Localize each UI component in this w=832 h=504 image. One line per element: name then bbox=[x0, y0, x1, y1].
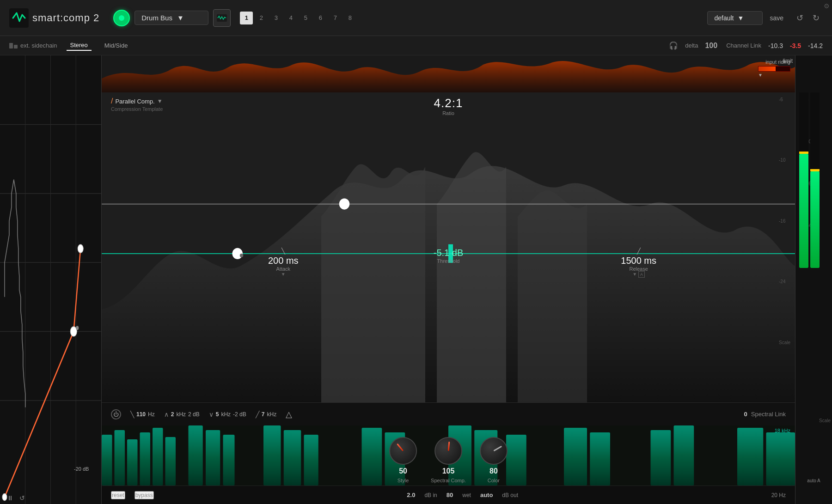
svg-point-11 bbox=[78, 244, 83, 253]
reset-button[interactable]: reset bbox=[111, 491, 125, 499]
analyzer-button[interactable] bbox=[213, 9, 231, 27]
svg-point-16 bbox=[339, 198, 350, 209]
instance-selector: 1 2 3 4 5 6 7 8 bbox=[240, 12, 356, 24]
svg-rect-27 bbox=[206, 430, 220, 486]
right-panel-inner: -6 -10 -16 -24 Scale auto A bbox=[795, 60, 832, 504]
pause-button[interactable]: ⏸ bbox=[7, 494, 13, 502]
svg-rect-21 bbox=[115, 430, 125, 486]
wet-value: 80 bbox=[447, 492, 453, 498]
style-value: 50 bbox=[399, 467, 407, 475]
ext-sidechain-label: ext. sidechain bbox=[20, 42, 57, 49]
center-panel: input riding ▼ limit / Parallel Comp. ▼ … bbox=[102, 55, 795, 504]
settings-icon[interactable]: ⚙ bbox=[824, 2, 830, 10]
wet-label: wet bbox=[462, 492, 471, 498]
instance-1[interactable]: 1 bbox=[240, 12, 253, 24]
redo-button[interactable]: ↻ bbox=[809, 11, 823, 25]
spectral-link-value: 0 bbox=[744, 411, 747, 418]
midside-button[interactable]: Mid/Side bbox=[101, 41, 132, 50]
db-scale: -6 -10 -16 -24 Scale bbox=[779, 97, 790, 345]
style-knob-group: 50 Style bbox=[389, 437, 417, 483]
preset-bank-name: default bbox=[714, 14, 734, 22]
bypass-button[interactable]: bypass bbox=[135, 491, 154, 499]
svg-rect-26 bbox=[189, 425, 203, 486]
sidechain-icon bbox=[9, 43, 18, 49]
svg-rect-38 bbox=[590, 432, 610, 486]
instance-5[interactable]: 5 bbox=[299, 12, 312, 24]
left-meter-fill bbox=[799, 154, 808, 268]
svg-rect-22 bbox=[127, 439, 138, 486]
attack-label: Attack bbox=[268, 266, 299, 272]
channel-link-value: 100 bbox=[705, 42, 717, 50]
dropdown-arrow: ▼ bbox=[177, 14, 184, 22]
auto-text: auto A bbox=[807, 478, 820, 483]
band1-type-icon: ╲ bbox=[130, 411, 134, 418]
eq-band-2: ∧ 2 kHz 2 dB bbox=[164, 411, 200, 418]
left-panel: -20 dB ⏸ ↺ bbox=[0, 55, 102, 504]
color-knob[interactable] bbox=[480, 437, 508, 465]
input-riding-area: input riding ▼ limit bbox=[102, 55, 795, 92]
preset-dropdown[interactable]: Drum Bus ▼ bbox=[135, 11, 208, 25]
preset-bank-dropdown[interactable]: default ▼ bbox=[707, 11, 763, 25]
band3-type-icon: ∨ bbox=[209, 411, 214, 418]
spectrum-area: 4.2:1 Ratio bbox=[102, 92, 795, 402]
left-level-meter bbox=[799, 92, 808, 268]
knee-db-label: -20 dB bbox=[74, 466, 89, 472]
color-knob-group: 80 Color bbox=[480, 437, 508, 483]
style-label: Style bbox=[398, 478, 409, 483]
stereo-button[interactable]: Stereo bbox=[67, 40, 92, 51]
instance-4[interactable]: 4 bbox=[284, 12, 297, 24]
instance-6[interactable]: 6 bbox=[314, 12, 327, 24]
svg-rect-28 bbox=[223, 435, 235, 486]
headphone-icon: 🎧 bbox=[669, 41, 678, 50]
main-area: -20 dB ⏸ ↺ input r bbox=[0, 55, 832, 504]
high-shelf-icon: △ bbox=[286, 409, 292, 419]
eq-band-1: ╲ 110 Hz bbox=[130, 411, 155, 418]
ratio-label: Ratio bbox=[434, 110, 463, 116]
sub-header: ext. sidechain Stereo Mid/Side 🎧 delta 1… bbox=[0, 36, 832, 55]
svg-rect-42 bbox=[766, 432, 795, 486]
svg-rect-29 bbox=[263, 425, 281, 486]
delta-label: delta bbox=[685, 42, 698, 49]
right-panel: -6 -10 -16 -24 Scale auto A bbox=[795, 55, 832, 504]
svg-point-10 bbox=[70, 327, 77, 336]
instance-7[interactable]: 7 bbox=[329, 12, 342, 24]
svg-rect-25 bbox=[165, 437, 176, 486]
khz-label: 18 kHz bbox=[775, 428, 790, 433]
band4-unit: kHz bbox=[267, 411, 276, 418]
spectral-comp-value: 105 bbox=[442, 467, 455, 475]
release-label: Release bbox=[621, 266, 656, 272]
release-value: 1500 ms bbox=[621, 255, 656, 266]
level-display-2: -3.5 bbox=[790, 42, 801, 49]
svg-rect-20 bbox=[102, 435, 112, 486]
right-meter-peak bbox=[810, 169, 820, 171]
undo-redo-controls: ↺ ↻ bbox=[793, 11, 823, 25]
svg-point-17 bbox=[232, 248, 243, 259]
power-button[interactable] bbox=[113, 10, 130, 26]
attack-value: 200 ms bbox=[268, 255, 299, 266]
color-value: 80 bbox=[489, 467, 498, 475]
band2-type-icon: ∧ bbox=[164, 411, 169, 418]
spectral-comp-knob[interactable] bbox=[434, 437, 462, 465]
knobs-section: 50 Style 105 Spectral Comp. 80 bbox=[389, 437, 508, 486]
app-title: smart:comp 2 bbox=[32, 12, 99, 24]
comp-template-label: Compression Template bbox=[111, 106, 163, 112]
eq-band-4: ╱ 7 kHz bbox=[256, 411, 276, 418]
ratio-value: 4.2:1 bbox=[434, 96, 463, 110]
sync-button[interactable]: ↺ bbox=[19, 494, 25, 502]
eq-power-button[interactable]: ⏻ bbox=[111, 409, 121, 419]
style-knob[interactable] bbox=[389, 437, 417, 465]
band2-unit: kHz bbox=[176, 411, 186, 418]
svg-rect-39 bbox=[651, 430, 671, 486]
instance-3[interactable]: 3 bbox=[269, 12, 282, 24]
band2-freq: 2 bbox=[171, 411, 174, 418]
save-button[interactable]: save bbox=[770, 14, 783, 22]
instance-2[interactable]: 2 bbox=[255, 12, 268, 24]
scale-label: Scale bbox=[779, 340, 790, 345]
compression-curve-svg bbox=[0, 55, 101, 504]
instance-8[interactable]: 8 bbox=[343, 12, 356, 24]
undo-button[interactable]: ↺ bbox=[793, 11, 807, 25]
ext-sidechain: ext. sidechain bbox=[9, 42, 57, 49]
band2-gain: 2 dB bbox=[188, 411, 200, 418]
eq-strip: ⏻ ╲ 110 Hz ∧ 2 kHz 2 dB ∨ 5 kHz -2 bbox=[102, 402, 795, 425]
band4-type-icon: ╱ bbox=[256, 411, 259, 418]
